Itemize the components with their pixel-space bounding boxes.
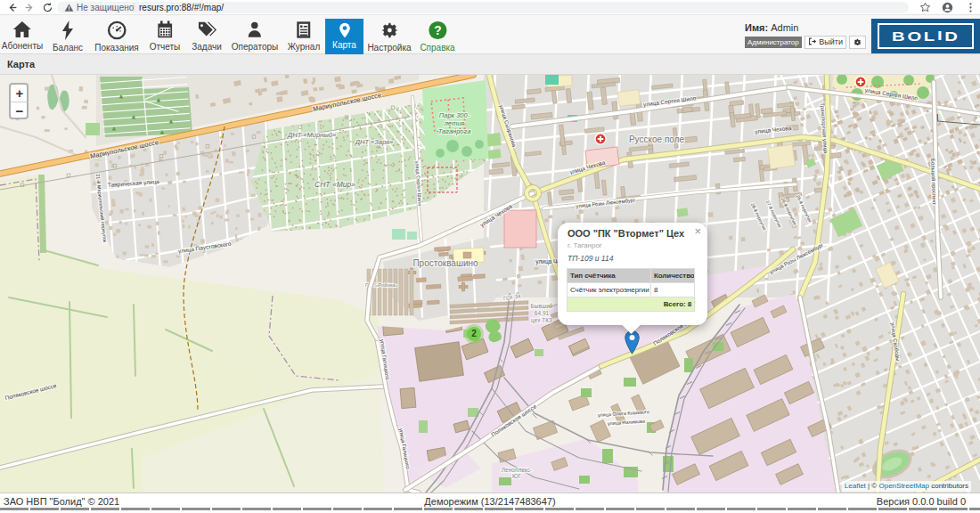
svg-text:летия: летия (444, 119, 465, 127)
svg-text:ЮГ: ЮГ (512, 473, 522, 479)
svg-text:цех ТКЗ: цех ТКЗ (531, 317, 552, 324)
svg-text:Леноплекс-: Леноплекс- (502, 467, 532, 473)
svg-text:Русское поле: Русское поле (629, 134, 685, 144)
svg-text:Бывший: Бывший (531, 303, 553, 309)
svg-text:СНТ «Мир»: СНТ «Мир» (314, 180, 355, 189)
svg-text:?: ? (434, 24, 441, 37)
svg-text:Простоквашино: Простоквашино (412, 258, 478, 268)
svg-text:Парк 300-: Парк 300- (439, 111, 470, 119)
svg-text:ДНТ «Заря»: ДНТ «Заря» (355, 138, 394, 146)
svg-text:ДНТ «Мирный»: ДНТ «Мирный» (287, 131, 336, 139)
svg-text:Таганрога: Таганрога (438, 127, 471, 135)
svg-text:64,91: 64,91 (535, 310, 550, 316)
